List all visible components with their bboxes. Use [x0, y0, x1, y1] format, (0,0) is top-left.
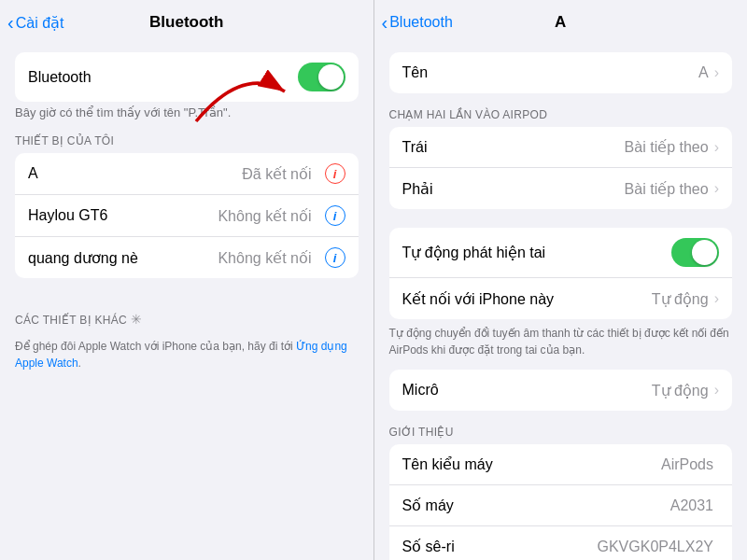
device-a-info-btn[interactable]: i — [325, 163, 345, 184]
intro-model-label: Tên kiểu máy — [402, 455, 661, 473]
name-value: A — [698, 64, 709, 81]
device-haylou-name: Haylou GT6 — [28, 207, 218, 224]
intro-serial-row: Số sê-ri GKVGK0P4LX2Y — [389, 526, 733, 560]
connect-chevron-icon: › — [714, 290, 719, 307]
auto-detect-toggle[interactable] — [671, 238, 719, 267]
micro-group: Micrô Tự động › — [389, 370, 733, 411]
left-nav-title: Bluetooth — [149, 13, 223, 32]
bluetooth-label: Bluetooth — [28, 69, 298, 86]
device-haylou-info-btn[interactable]: i — [325, 205, 345, 226]
touch-header: CHẠM HAI LẦN VÀO AIRPOD — [374, 93, 748, 127]
toggle-knob — [318, 64, 344, 90]
device-a-name: A — [28, 165, 242, 182]
intro-header: GIỚI THIỆU — [374, 411, 748, 444]
intro-number-value: A2031 — [670, 497, 713, 514]
left-panel: ‹ Cài đặt Bluetooth Bluetooth Bây giờ có… — [0, 0, 374, 560]
device-row-a[interactable]: A Đã kết nối i — [15, 153, 359, 195]
device-quang-status: Không kết nối — [218, 249, 311, 267]
connect-row[interactable]: Kết nối với iPhone này Tự động › — [389, 278, 733, 319]
left-back-button[interactable]: ‹ Cài đặt — [7, 13, 63, 32]
right-nav-bar: ‹ Bluetooth A — [374, 0, 748, 41]
device-a-status: Đã kết nối — [242, 165, 311, 183]
micro-chevron-icon: › — [714, 382, 719, 399]
touch-right-label: Phải — [402, 180, 625, 198]
touch-left-chevron-icon: › — [714, 139, 719, 156]
intro-number-label: Số máy — [402, 497, 670, 514]
intro-serial-label: Số sê-ri — [402, 538, 598, 555]
right-back-chevron-icon: ‹ — [382, 13, 388, 32]
intro-group: Tên kiểu máy AirPods Số máy A2031 Số sê-… — [389, 444, 733, 560]
other-devices-label: CÁC THIẾT BỊ KHÁC — [15, 314, 127, 327]
intro-model-row: Tên kiểu máy AirPods — [389, 444, 733, 485]
name-group: Tên A › — [389, 52, 733, 93]
auto-detect-label: Tự động phát hiện tai — [402, 244, 672, 261]
right-panel: ‹ Bluetooth A Tên A › CHẠM HAI LẦN VÀO A… — [374, 0, 748, 560]
right-content: Tên A › CHẠM HAI LẦN VÀO AIRPOD Trái Bài… — [374, 41, 748, 560]
touch-right-value: Bài tiếp theo — [625, 180, 709, 198]
auto-connect-group: Tự động phát hiện tai Kết nối với iPhone… — [389, 228, 733, 319]
device-quang-name: quang dương nè — [28, 249, 218, 267]
left-content: Bluetooth Bây giờ có thể tìm thấy với tê… — [0, 41, 374, 560]
bluetooth-toggle-row: Bluetooth — [15, 52, 359, 102]
auto-detect-row: Tự động phát hiện tai — [389, 228, 733, 278]
other-devices-section: CÁC THIẾT BỊ KHÁC ✳ — [0, 297, 374, 332]
intro-serial-value: GKVGK0P4LX2Y — [597, 539, 713, 555]
right-nav-title: A — [555, 13, 566, 32]
touch-right-row[interactable]: Phải Bài tiếp theo › — [389, 168, 733, 209]
footer-text-1: Để ghép đôi Apple Watch với iPhone của b… — [15, 340, 296, 353]
touch-right-chevron-icon: › — [714, 180, 719, 197]
intro-model-value: AirPods — [661, 456, 713, 473]
micro-label: Micrô — [402, 382, 652, 399]
bluetooth-subtitle: Bây giờ có thể tìm thấy với tên "P.Trần"… — [0, 102, 374, 119]
touch-group: Trái Bài tiếp theo › Phải Bài tiếp theo … — [389, 127, 733, 209]
connect-value: Tự động — [652, 290, 709, 308]
my-devices-header: THIẾT BỊ CỦA TÔI — [0, 119, 374, 153]
left-back-label: Cài đặt — [16, 14, 64, 32]
bluetooth-toggle[interactable] — [298, 63, 345, 91]
connect-desc: Tự động chuyển đổi tuyến âm thanh từ các… — [374, 319, 748, 362]
right-back-label: Bluetooth — [389, 14, 453, 31]
device-quang-info-btn[interactable]: i — [325, 247, 345, 268]
left-back-chevron-icon: ‹ — [7, 13, 14, 32]
footer-text-2: . — [78, 357, 81, 370]
footer-text: Để ghép đôi Apple Watch với iPhone của b… — [0, 332, 374, 383]
left-nav-bar: ‹ Cài đặt Bluetooth — [0, 0, 374, 41]
touch-left-value: Bài tiếp theo — [625, 138, 709, 156]
bluetooth-toggle-group: Bluetooth — [15, 52, 359, 102]
micro-row[interactable]: Micrô Tự động › — [389, 370, 733, 411]
connect-label: Kết nối với iPhone này — [402, 290, 652, 308]
spinner-icon: ✳ — [131, 312, 142, 327]
name-chevron-icon: › — [714, 64, 719, 81]
touch-left-row[interactable]: Trái Bài tiếp theo › — [389, 127, 733, 168]
micro-value: Tự động — [652, 382, 709, 399]
my-devices-group: A Đã kết nối i Haylou GT6 Không kết nối … — [15, 153, 359, 278]
auto-detect-knob — [692, 240, 717, 265]
name-label: Tên — [402, 64, 699, 81]
right-back-button[interactable]: ‹ Bluetooth — [382, 13, 453, 32]
other-devices-header-row: CÁC THIẾT BỊ KHÁC ✳ — [0, 297, 374, 332]
device-row-quang[interactable]: quang dương nè Không kết nối i — [15, 237, 359, 278]
intro-number-row: Số máy A2031 — [389, 485, 733, 526]
name-row[interactable]: Tên A › — [389, 52, 733, 93]
touch-left-label: Trái — [402, 139, 625, 156]
device-haylou-status: Không kết nối — [218, 207, 311, 225]
device-row-haylou[interactable]: Haylou GT6 Không kết nối i — [15, 195, 359, 237]
